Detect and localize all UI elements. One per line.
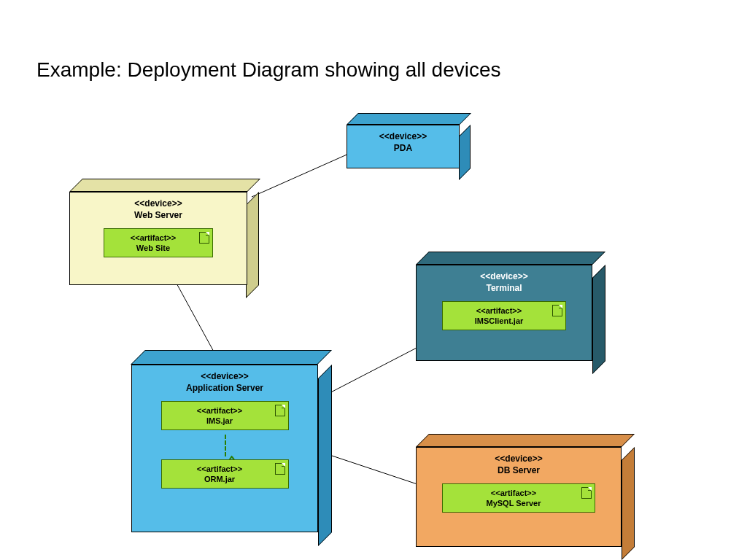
diagram-title: Example: Deployment Diagram showing all … <box>36 58 501 82</box>
document-icon <box>581 487 592 499</box>
artifact-name: ORM.jar <box>168 475 272 483</box>
artifact-stereotype: <<artifact>> <box>449 489 578 497</box>
svg-line-2 <box>321 346 419 397</box>
terminal-name: Terminal <box>421 283 587 293</box>
db-server-name: DB Server <box>421 465 616 475</box>
svg-line-3 <box>321 452 419 485</box>
svg-line-0 <box>252 153 350 197</box>
artifact-stereotype: <<artifact>> <box>110 233 196 242</box>
artifact-name: IMS.jar <box>168 416 272 425</box>
document-icon <box>275 463 285 475</box>
document-icon <box>552 305 562 316</box>
node-web-server: <<device>> Web Server <<artifact>> Web S… <box>69 179 259 284</box>
terminal-stereotype: <<device>> <box>421 271 587 281</box>
node-db-server: <<device>> DB Server <<artifact>> MySQL … <box>416 434 635 547</box>
node-pda: <<device>> PDA <box>347 113 471 168</box>
artifact-mysql: <<artifact>> MySQL Server <box>442 483 595 513</box>
artifact-name: MySQL Server <box>449 499 578 508</box>
svg-line-1 <box>175 281 219 361</box>
web-server-name: Web Server <box>74 210 242 220</box>
artifact-stereotype: <<artifact>> <box>168 464 272 473</box>
node-application-server: <<device>> Application Server <<artifact… <box>131 350 332 532</box>
artifact-web-site: <<artifact>> Web Site <box>104 228 213 257</box>
app-server-name: Application Server <box>136 383 313 393</box>
document-icon <box>199 232 209 244</box>
artifact-stereotype: <<artifact>> <box>168 406 272 415</box>
app-server-stereotype: <<device>> <box>136 371 313 381</box>
node-terminal: <<device>> Terminal <<artifact>> IMSClie… <box>416 252 605 361</box>
document-icon <box>275 405 285 416</box>
db-server-stereotype: <<device>> <box>421 454 616 464</box>
artifact-name: IMSClient.jar <box>449 316 549 325</box>
pda-name: PDA <box>352 143 454 153</box>
pda-stereotype: <<device>> <box>352 131 454 141</box>
dependency-arrow <box>136 430 313 459</box>
artifact-orm-jar: <<artifact>> ORM.jar <box>161 459 289 489</box>
artifact-stereotype: <<artifact>> <box>449 306 549 315</box>
artifact-ims-jar: <<artifact>> IMS.jar <box>161 401 289 430</box>
artifact-name: Web Site <box>110 244 196 252</box>
web-server-stereotype: <<device>> <box>74 198 242 209</box>
artifact-ims-client: <<artifact>> IMSClient.jar <box>442 301 566 330</box>
